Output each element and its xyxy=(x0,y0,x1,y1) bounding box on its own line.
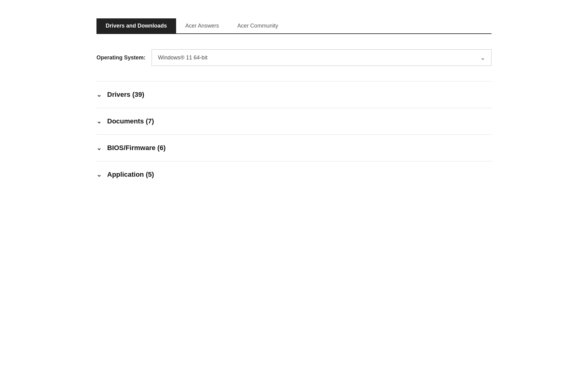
accordion-list: ⌄ Drivers (39) ⌄ Documents (7) ⌄ BIOS/Fi… xyxy=(96,81,492,188)
accordion-title-drivers: Drivers (39) xyxy=(107,91,144,99)
accordion-section-bios: ⌄ BIOS/Firmware (6) xyxy=(96,134,492,161)
tab-acer-answers[interactable]: Acer Answers xyxy=(176,18,228,33)
tab-drivers-downloads[interactable]: Drivers and Downloads xyxy=(96,18,176,33)
accordion-section-documents: ⌄ Documents (7) xyxy=(96,108,492,134)
os-dropdown[interactable]: Windows® 11 64-bit Windows® 10 64-bit Wi… xyxy=(152,49,492,66)
accordion-title-documents: Documents (7) xyxy=(107,117,154,125)
chevron-down-icon-drivers: ⌄ xyxy=(96,91,102,98)
tab-acer-community[interactable]: Acer Community xyxy=(228,18,287,33)
accordion-section-application: ⌄ Application (5) xyxy=(96,161,492,188)
os-dropdown-wrapper: Windows® 11 64-bit Windows® 10 64-bit Wi… xyxy=(152,49,492,66)
chevron-down-icon-documents: ⌄ xyxy=(96,118,102,125)
chevron-down-icon-bios: ⌄ xyxy=(96,144,102,152)
page-container: Drivers and Downloads Acer Answers Acer … xyxy=(87,0,501,206)
os-label: Operating System: xyxy=(96,55,145,61)
accordion-title-bios: BIOS/Firmware (6) xyxy=(107,144,166,152)
accordion-header-application[interactable]: ⌄ Application (5) xyxy=(96,171,492,179)
chevron-down-icon-application: ⌄ xyxy=(96,171,102,178)
tabs-bar: Drivers and Downloads Acer Answers Acer … xyxy=(96,18,492,34)
accordion-section-drivers: ⌄ Drivers (39) xyxy=(96,81,492,108)
accordion-header-documents[interactable]: ⌄ Documents (7) xyxy=(96,117,492,125)
accordion-header-drivers[interactable]: ⌄ Drivers (39) xyxy=(96,91,492,99)
accordion-header-bios[interactable]: ⌄ BIOS/Firmware (6) xyxy=(96,144,492,152)
os-selector-row: Operating System: Windows® 11 64-bit Win… xyxy=(96,49,492,66)
accordion-title-application: Application (5) xyxy=(107,171,154,179)
